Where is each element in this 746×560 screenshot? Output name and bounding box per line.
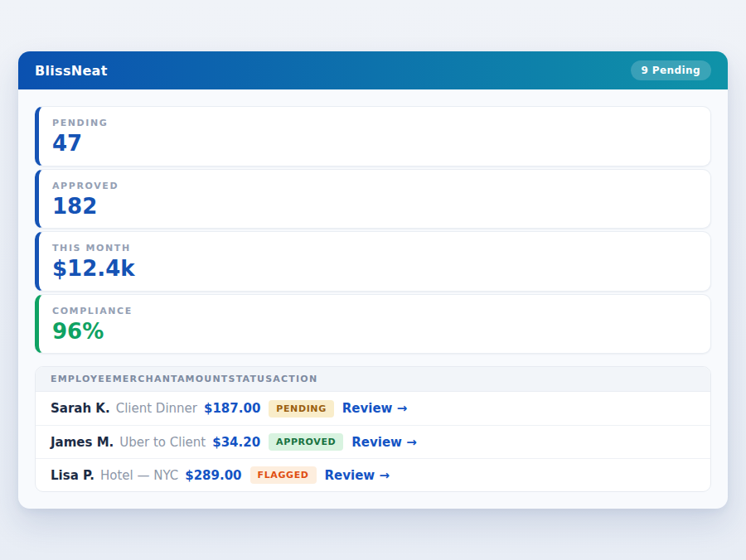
merchant-name: Client Dinner	[116, 401, 197, 416]
stat-value: 47	[52, 132, 697, 156]
app-header: BlissNeat 9 Pending	[18, 51, 728, 89]
pending-count-badge: 9 Pending	[631, 60, 711, 80]
table-row[interactable]: James M. Uber to Client $34.20 APPROVED …	[36, 425, 710, 458]
stat-card-compliance: COMPLIANCE 96%	[35, 294, 711, 355]
stat-value: $12.4k	[52, 257, 697, 281]
column-header-merchant: MERCHANT	[113, 374, 177, 384]
merchant-name: Hotel — NYC	[100, 468, 178, 483]
stat-card-approved: APPROVED 182	[35, 169, 711, 229]
table-header-row: EMPLOYEEMERCHANTAMOUNTSTATUSACTION	[36, 367, 710, 392]
employee-name: Lisa P.	[51, 468, 94, 483]
stat-card-pending: PENDING 47	[35, 106, 711, 167]
employee-name: James M.	[51, 435, 114, 450]
app-title: BlissNeat	[35, 63, 108, 79]
app-window: BlissNeat 9 Pending PENDING 47 APPROVED …	[18, 51, 728, 509]
stat-label: PENDING	[52, 118, 697, 128]
expense-amount: $34.20	[212, 435, 260, 450]
status-badge: PENDING	[269, 400, 333, 418]
expense-amount: $289.00	[185, 468, 241, 483]
column-header-status: STATUS	[229, 374, 274, 384]
stat-label: THIS MONTH	[52, 243, 697, 253]
review-link[interactable]: Review →	[325, 468, 390, 483]
column-header-action: ACTION	[273, 374, 317, 384]
merchant-name: Uber to Client	[119, 435, 206, 450]
table-row[interactable]: Lisa P. Hotel — NYC $289.00 FLAGGED Revi…	[36, 458, 710, 491]
stat-label: COMPLIANCE	[52, 306, 697, 316]
stat-value: 96%	[52, 320, 697, 344]
stat-card-this-month: THIS MONTH $12.4k	[35, 231, 711, 292]
status-badge: APPROVED	[269, 433, 343, 451]
expense-table: EMPLOYEEMERCHANTAMOUNTSTATUSACTION Sarah…	[35, 366, 711, 492]
column-header-employee: EMPLOYEE	[51, 374, 113, 384]
stat-label: APPROVED	[52, 181, 697, 191]
review-link[interactable]: Review →	[342, 401, 407, 416]
column-header-amount: AMOUNT	[177, 374, 229, 384]
main-content: PENDING 47 APPROVED 182 THIS MONTH $12.4…	[18, 89, 728, 509]
status-badge: FLAGGED	[250, 466, 317, 484]
stat-value: 182	[52, 195, 697, 219]
expense-amount: $187.00	[204, 401, 260, 416]
table-row[interactable]: Sarah K. Client Dinner $187.00 PENDING R…	[36, 392, 710, 425]
employee-name: Sarah K.	[51, 401, 110, 416]
review-link[interactable]: Review →	[351, 435, 416, 450]
